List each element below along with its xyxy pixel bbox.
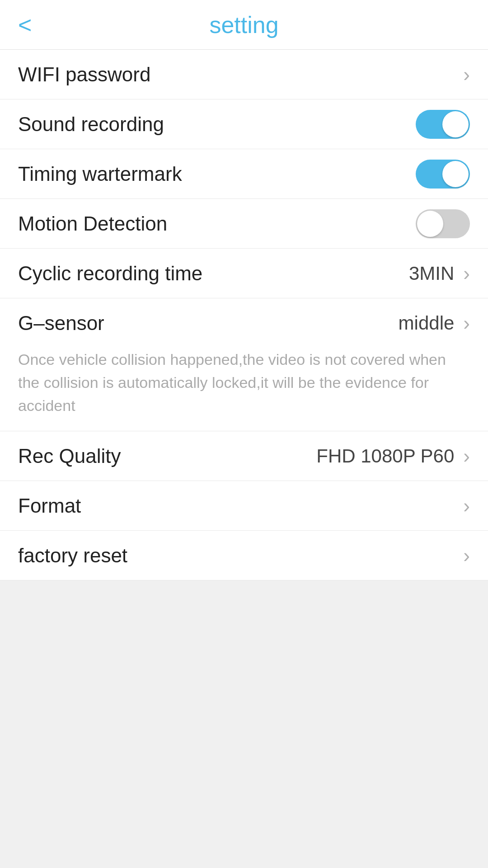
rec-quality-label: Rec Quality: [18, 445, 121, 467]
timing-watermark-toggle-knob: [442, 161, 469, 187]
format-item[interactable]: Format ›: [0, 481, 488, 531]
back-button[interactable]: <: [18, 13, 32, 37]
timing-watermark-label: Timing wartermark: [18, 163, 182, 185]
cyclic-recording-time-right: 3MIN ›: [409, 263, 470, 284]
wifi-password-label: WIFI password: [18, 63, 150, 86]
page-title: setting: [209, 11, 278, 38]
cyclic-recording-time-label: Cyclic recording time: [18, 262, 202, 285]
format-right: ›: [463, 496, 470, 516]
motion-detection-label: Motion Detection: [18, 212, 167, 235]
motion-detection-item[interactable]: Motion Detection: [0, 199, 488, 249]
cyclic-recording-time-value: 3MIN: [409, 263, 454, 284]
rec-quality-item[interactable]: Rec Quality FHD 1080P P60 ›: [0, 431, 488, 481]
cyclic-recording-time-chevron: ›: [463, 264, 470, 283]
motion-detection-toggle-knob: [417, 211, 443, 237]
factory-reset-label: factory reset: [18, 544, 127, 567]
format-chevron: ›: [463, 496, 470, 516]
rec-quality-value: FHD 1080P P60: [316, 445, 454, 467]
rec-quality-right: FHD 1080P P60 ›: [316, 445, 470, 467]
gsensor-value: middle: [399, 312, 455, 334]
rec-quality-chevron: ›: [463, 446, 470, 466]
motion-detection-toggle[interactable]: [416, 209, 470, 238]
gsensor-item[interactable]: G–sensor middle ›: [0, 298, 488, 348]
gsensor-description: Once vehicle collision happened,the vide…: [0, 348, 488, 431]
sound-recording-item[interactable]: Sound recording: [0, 99, 488, 149]
timing-watermark-toggle[interactable]: [416, 160, 470, 189]
gsensor-right: middle ›: [399, 312, 470, 334]
factory-reset-chevron: ›: [463, 546, 470, 566]
wifi-password-chevron: ›: [463, 65, 470, 85]
wifi-password-item[interactable]: WIFI password ›: [0, 50, 488, 99]
sound-recording-label: Sound recording: [18, 113, 164, 136]
sound-recording-toggle[interactable]: [416, 110, 470, 139]
settings-list: WIFI password › Sound recording Timing w…: [0, 50, 488, 580]
gsensor-chevron: ›: [463, 313, 470, 333]
header: < setting: [0, 0, 488, 50]
footer-space: [0, 580, 488, 868]
timing-watermark-item[interactable]: Timing wartermark: [0, 149, 488, 199]
format-label: Format: [18, 495, 81, 517]
gsensor-label: G–sensor: [18, 312, 104, 335]
sound-recording-toggle-knob: [442, 111, 469, 137]
gsensor-section: G–sensor middle › Once vehicle collision…: [0, 298, 488, 431]
wifi-password-right: ›: [463, 65, 470, 85]
factory-reset-right: ›: [463, 546, 470, 566]
factory-reset-item[interactable]: factory reset ›: [0, 531, 488, 580]
cyclic-recording-time-item[interactable]: Cyclic recording time 3MIN ›: [0, 249, 488, 298]
